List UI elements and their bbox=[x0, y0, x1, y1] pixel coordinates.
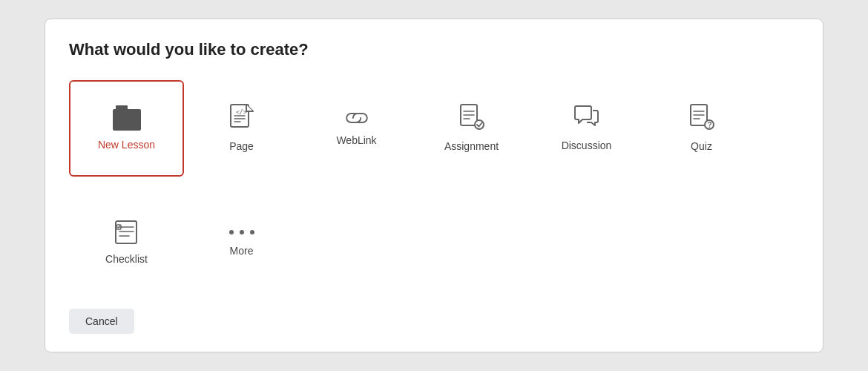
checklist-icon bbox=[114, 220, 139, 245]
svg-text:?: ? bbox=[707, 121, 711, 129]
more-label: More bbox=[230, 244, 254, 257]
discussion-label: Discussion bbox=[562, 139, 612, 152]
discussion-card[interactable]: Discussion bbox=[529, 80, 644, 177]
page-icon: </> bbox=[230, 104, 254, 132]
weblink-card[interactable]: WebLink bbox=[299, 80, 414, 177]
svg-point-11 bbox=[475, 120, 484, 129]
quiz-card[interactable]: ? Quiz bbox=[644, 80, 759, 177]
page-label: Page bbox=[229, 139, 254, 153]
more-card[interactable]: More bbox=[184, 194, 299, 291]
items-row-1: New Lesson </> Page bbox=[69, 80, 799, 177]
assignment-card[interactable]: Assignment bbox=[414, 80, 529, 177]
assignment-icon bbox=[459, 104, 484, 132]
weblink-icon bbox=[343, 110, 371, 126]
more-icon bbox=[227, 228, 257, 237]
svg-point-23 bbox=[229, 230, 234, 234]
checklist-label: Checklist bbox=[105, 252, 148, 266]
new-lesson-label: New Lesson bbox=[98, 138, 155, 151]
new-lesson-icon bbox=[113, 105, 141, 131]
page-card[interactable]: </> Page bbox=[184, 80, 299, 177]
discussion-icon bbox=[572, 105, 602, 131]
quiz-label: Quiz bbox=[691, 139, 712, 153]
svg-text:</>: </> bbox=[236, 109, 247, 116]
svg-rect-1 bbox=[116, 105, 128, 113]
dialog-title: What would you like to create? bbox=[69, 40, 799, 59]
cancel-button[interactable]: Cancel bbox=[69, 309, 134, 334]
checklist-card[interactable]: Checklist bbox=[69, 194, 184, 291]
quiz-icon: ? bbox=[689, 104, 714, 132]
items-row-2: Checklist More bbox=[69, 194, 799, 291]
create-dialog: What would you like to create? New Lesso… bbox=[45, 19, 823, 352]
dialog-footer: Cancel bbox=[69, 309, 799, 334]
weblink-label: WebLink bbox=[336, 134, 376, 147]
new-lesson-card[interactable]: New Lesson bbox=[69, 80, 184, 177]
svg-point-25 bbox=[250, 230, 254, 234]
assignment-label: Assignment bbox=[444, 139, 499, 153]
svg-point-24 bbox=[240, 230, 244, 234]
